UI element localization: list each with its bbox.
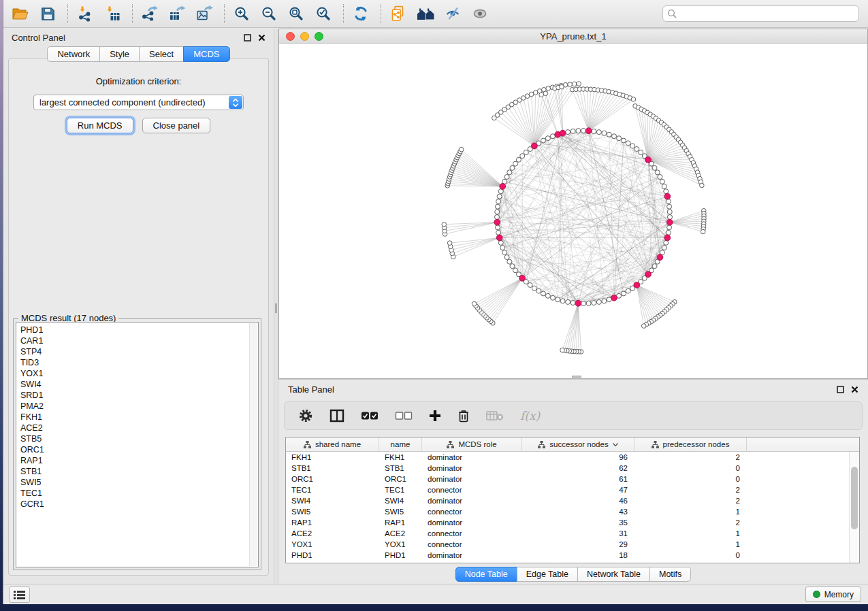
- table-row[interactable]: SWI5SWI5connector431: [286, 506, 849, 517]
- column-header-successor-nodes[interactable]: successor nodes: [522, 437, 634, 451]
- column-header-mcds-role[interactable]: MCDS role: [422, 437, 522, 451]
- column-header-shared-name[interactable]: shared name: [286, 437, 379, 451]
- horizontal-splitter-grip[interactable]: [572, 376, 581, 378]
- node-table-header: shared name name MCDS role successor nod…: [286, 437, 859, 452]
- show-all-icon[interactable]: [470, 4, 490, 23]
- tab-motifs[interactable]: Motifs: [649, 567, 691, 582]
- settings-gear-icon[interactable]: [298, 407, 313, 425]
- delete-column-icon[interactable]: [457, 407, 470, 425]
- mcds-result-item[interactable]: YOX1: [16, 368, 258, 379]
- tab-network-table[interactable]: Network Table: [577, 567, 650, 582]
- save-session-icon[interactable]: [37, 4, 58, 23]
- table-cell: 1: [634, 529, 747, 538]
- add-column-icon[interactable]: [429, 407, 441, 425]
- list-icon: [14, 591, 25, 599]
- network-snapshot-icon[interactable]: [388, 4, 408, 23]
- table-row[interactable]: STB1STB1dominator620: [286, 463, 849, 474]
- tab-network[interactable]: Network: [47, 46, 100, 62]
- table-cell: 2: [634, 497, 747, 505]
- import-table-icon[interactable]: [102, 4, 123, 23]
- table-row[interactable]: YOX1YOX1connector291: [286, 539, 849, 550]
- unselect-all-checkboxes-icon[interactable]: [395, 407, 413, 425]
- mcds-result-item[interactable]: STB1: [16, 466, 258, 477]
- select-all-checkboxes-icon[interactable]: [361, 407, 379, 425]
- vertical-splitter[interactable]: [274, 29, 278, 584]
- control-panel: Control Panel Network Style Select MCDS …: [3, 29, 274, 584]
- open-file-icon[interactable]: [10, 4, 31, 23]
- table-row[interactable]: FKH1FKH1dominator962: [286, 452, 849, 463]
- tab-edge-table[interactable]: Edge Table: [517, 567, 578, 582]
- tab-node-table[interactable]: Node Table: [455, 567, 517, 582]
- mcds-result-item[interactable]: SWI5: [16, 477, 258, 488]
- mcds-result-item[interactable]: RAP1: [16, 455, 258, 466]
- attribute-icon: [447, 441, 454, 448]
- mcds-result-item[interactable]: PMA2: [16, 401, 258, 412]
- mcds-result-item[interactable]: TID3: [16, 357, 258, 368]
- attribute-icon: [304, 441, 311, 448]
- close-panel-icon[interactable]: [258, 34, 266, 42]
- table-cell: YOX1: [286, 540, 379, 548]
- criterion-dropdown[interactable]: largest connected component (undirected): [33, 95, 244, 110]
- table-cell: STB1: [379, 464, 422, 472]
- table-scrollbar[interactable]: [849, 452, 859, 563]
- network-canvas[interactable]: [279, 44, 867, 378]
- table-row[interactable]: ORC1ORC1dominator610: [286, 474, 849, 484]
- mcds-result-item[interactable]: STP4: [16, 346, 258, 357]
- toolbar-separator: [381, 4, 381, 23]
- mcds-result-item[interactable]: FKH1: [16, 412, 258, 423]
- table-cell: ACE2: [286, 529, 379, 538]
- network-window-titlebar[interactable]: YPA_prune.txt_1: [279, 29, 867, 44]
- close-table-panel-icon[interactable]: [851, 386, 858, 393]
- close-panel-button[interactable]: Close panel: [142, 118, 211, 133]
- result-list-scrollbar[interactable]: [249, 323, 257, 566]
- export-network-icon[interactable]: [140, 4, 160, 23]
- run-mcds-button[interactable]: Run MCDS: [67, 118, 133, 133]
- mcds-result-item[interactable]: SWI4: [16, 379, 258, 390]
- table-row[interactable]: PHD1PHD1dominator180: [286, 550, 849, 561]
- tab-style[interactable]: Style: [99, 46, 140, 62]
- control-panel-title: Control Panel: [12, 33, 65, 43]
- zoom-out-icon[interactable]: [259, 4, 279, 23]
- export-table-icon[interactable]: [167, 4, 187, 23]
- table-scrollbar-thumb[interactable]: [851, 467, 858, 529]
- table-row[interactable]: TEC1TEC1connector472: [286, 484, 849, 495]
- column-header-predecessor-nodes[interactable]: predecessor nodes: [634, 437, 747, 451]
- table-cell: 1: [634, 508, 747, 516]
- memory-button[interactable]: Memory: [805, 587, 861, 602]
- mcds-result-item[interactable]: SRD1: [16, 390, 258, 401]
- table-cell: 2: [634, 518, 747, 527]
- search-input[interactable]: [680, 9, 854, 18]
- mcds-result-item[interactable]: TEC1: [16, 488, 258, 499]
- mcds-result-item[interactable]: STB5: [16, 433, 258, 444]
- task-history-button[interactable]: [9, 587, 30, 603]
- splitter-grip[interactable]: [275, 303, 277, 313]
- search-field[interactable]: [662, 5, 859, 22]
- mcds-result-list[interactable]: PHD1CAR1STP4TID3YOX1SWI4SRD1PMA2FKH1ACE2…: [16, 322, 259, 567]
- column-header-name[interactable]: name: [379, 437, 422, 451]
- export-image-icon[interactable]: [194, 4, 214, 23]
- first-neighbors-icon[interactable]: [415, 4, 436, 23]
- table-cell: dominator: [422, 453, 522, 461]
- show-columns-icon[interactable]: [329, 407, 344, 425]
- mcds-result-item[interactable]: ACE2: [16, 423, 258, 433]
- zoom-in-icon[interactable]: [231, 4, 252, 23]
- mcds-result-item[interactable]: ORC1: [16, 444, 258, 455]
- table-row[interactable]: ACE2ACE2connector311: [286, 528, 849, 539]
- tab-select[interactable]: Select: [139, 46, 184, 62]
- table-cell: TEC1: [379, 486, 422, 494]
- mcds-result-item[interactable]: CAR1: [16, 335, 258, 346]
- zoom-fit-icon[interactable]: [286, 4, 306, 23]
- float-table-panel-icon[interactable]: [837, 386, 844, 393]
- table-cell: SWI4: [286, 497, 379, 505]
- table-cell: SWI5: [379, 508, 422, 516]
- mcds-result-item[interactable]: GCR1: [16, 499, 258, 510]
- table-row[interactable]: RAP1RAP1dominator352: [286, 517, 849, 528]
- hide-selected-icon[interactable]: [443, 4, 463, 23]
- tab-mcds[interactable]: MCDS: [183, 46, 229, 62]
- import-network-icon[interactable]: [75, 4, 95, 23]
- refresh-icon[interactable]: [351, 4, 371, 23]
- float-panel-icon[interactable]: [244, 34, 251, 42]
- mcds-result-item[interactable]: PHD1: [16, 325, 258, 335]
- table-row[interactable]: SWI4SWI4dominator462: [286, 495, 849, 506]
- zoom-selected-icon[interactable]: [313, 4, 334, 23]
